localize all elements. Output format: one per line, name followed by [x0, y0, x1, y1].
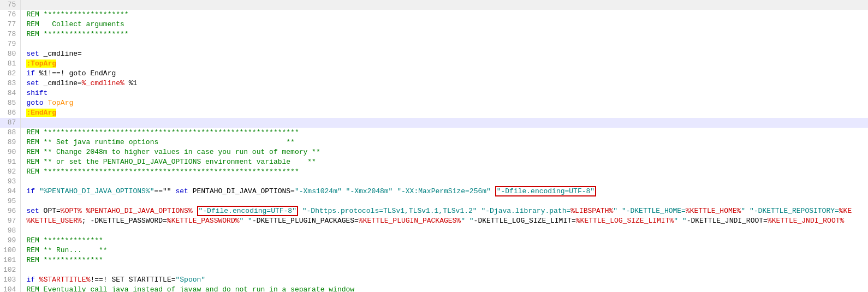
- line-content: [21, 265, 868, 275]
- line-content: REM ** Set java runtime options **: [21, 138, 868, 147]
- line-number: 101: [0, 255, 21, 265]
- line-content: REM **************: [21, 255, 868, 265]
- line-content: REM ********************: [21, 29, 868, 39]
- line-number: 93: [0, 177, 21, 187]
- line-number: 91: [0, 157, 21, 167]
- line-content: if "%PENTAHO_DI_JAVA_OPTIONS%"=="" set P…: [21, 187, 868, 196]
- line-number: 82: [0, 69, 21, 79]
- line-content: [21, 196, 868, 206]
- code-table: 75 76REM ********************77REM Colle…: [0, 0, 868, 292]
- line-content: REM ********************: [21, 10, 868, 20]
- line-number: 77: [0, 20, 21, 29]
- line-content: REM Collect arguments: [21, 20, 868, 29]
- line-content: REM ** or set the PENTAHO_DI_JAVA_OPTION…: [21, 157, 868, 167]
- line-content: if %1!==! goto EndArg: [21, 69, 868, 79]
- line-content: [21, 226, 868, 236]
- line-number: 86: [0, 108, 21, 118]
- line-content: shift: [21, 88, 868, 98]
- line-number: 102: [0, 265, 21, 275]
- line-number: 89: [0, 138, 21, 147]
- line-content: REM ** Run... **: [21, 246, 868, 255]
- line-number: 92: [0, 167, 21, 177]
- line-content: [21, 177, 868, 187]
- line-number: 100: [0, 246, 21, 255]
- line-content: :TopArg: [21, 59, 868, 69]
- line-number: 75: [0, 0, 21, 10]
- line-number: 98: [0, 226, 21, 236]
- line-number: 103: [0, 275, 21, 285]
- line-content: REM ************************************…: [21, 167, 868, 177]
- line-number: 96: [0, 206, 21, 216]
- line-number: 94: [0, 187, 21, 196]
- line-content: set _cmdline=: [21, 49, 868, 59]
- line-number: 104: [0, 285, 21, 292]
- line-number: 76: [0, 10, 21, 20]
- line-content: REM ************************************…: [21, 128, 868, 138]
- line-content: REM ** Change 2048m to higher values in …: [21, 147, 868, 157]
- line-number: 80: [0, 49, 21, 59]
- line-number: 83: [0, 79, 21, 88]
- line-content: REM Eventually call java instead of java…: [21, 285, 868, 292]
- line-content: REM **************: [21, 236, 868, 246]
- line-number: 88: [0, 128, 21, 138]
- line-content: :EndArg: [21, 108, 868, 118]
- line-number: 81: [0, 59, 21, 69]
- line-number: 87: [0, 118, 21, 128]
- line-content: set _cmdline=%_cmdline% %1: [21, 79, 868, 88]
- line-number: 95: [0, 196, 21, 206]
- line-number: 78: [0, 29, 21, 39]
- line-number: 90: [0, 147, 21, 157]
- line-content: if %STARTTITLE%!==! SET STARTTITLE="Spoo…: [21, 275, 868, 285]
- line-content: [21, 118, 868, 128]
- line-content: set OPT=%OPT% %PENTAHO_DI_JAVA_OPTIONS% …: [21, 206, 868, 216]
- line-number: 85: [0, 98, 21, 108]
- line-content: [21, 39, 868, 49]
- code-editor: 75 76REM ********************77REM Colle…: [0, 0, 868, 292]
- line-content: goto TopArg: [21, 98, 868, 108]
- line-number: 97: [0, 216, 21, 226]
- line-number: 79: [0, 39, 21, 49]
- line-number: 84: [0, 88, 21, 98]
- line-content: [21, 0, 868, 10]
- line-content: %KETTLE_USER%; -DKETTLE_PASSWORD=%KETTLE…: [21, 216, 868, 226]
- line-number: 99: [0, 236, 21, 246]
